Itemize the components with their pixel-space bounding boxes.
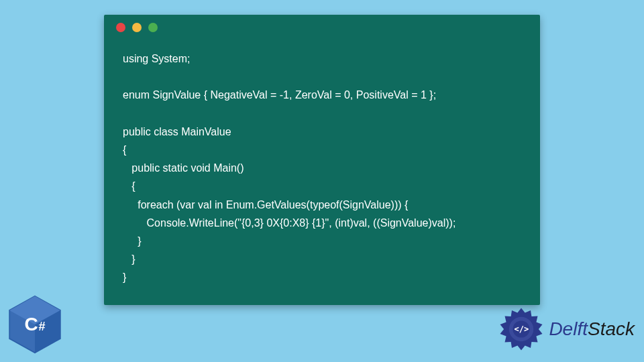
window-header xyxy=(104,15,540,40)
code-line: public static void Main() xyxy=(123,162,244,174)
sharp-symbol: # xyxy=(39,320,46,334)
stack-text: Stack xyxy=(588,318,635,339)
maximize-icon xyxy=(148,23,158,32)
code-line: } xyxy=(123,235,142,247)
csharp-label: C# xyxy=(24,314,45,335)
delft-text: Delft xyxy=(549,318,588,339)
code-block: using System; enum SignValue { NegativeV… xyxy=(104,40,540,305)
csharp-logo: C# xyxy=(5,295,64,354)
minimize-icon xyxy=(132,23,142,32)
code-window: using System; enum SignValue { NegativeV… xyxy=(104,15,540,305)
code-line: Console.WriteLine("{0,3} 0X{0:X8} {1}", … xyxy=(123,217,455,229)
code-line: public class MainValue xyxy=(123,126,231,137)
delftstack-text: DelftStack xyxy=(549,318,635,340)
code-line: using System; xyxy=(123,53,190,64)
code-line: foreach (var val in Enum.GetValues(typeo… xyxy=(123,199,408,210)
code-brackets-icon: </> xyxy=(515,324,529,334)
csharp-letter: C xyxy=(24,314,38,335)
code-line: enum SignValue { NegativeVal = -1, ZeroV… xyxy=(123,89,436,101)
code-line: } xyxy=(123,272,126,283)
code-line: { xyxy=(123,180,136,192)
code-line: } xyxy=(123,253,136,265)
code-line: { xyxy=(123,144,126,156)
gear-icon: </> xyxy=(498,306,545,353)
hexagon-icon: C# xyxy=(5,295,64,354)
delftstack-logo: </> DelftStack xyxy=(498,306,635,353)
close-icon xyxy=(116,23,125,32)
